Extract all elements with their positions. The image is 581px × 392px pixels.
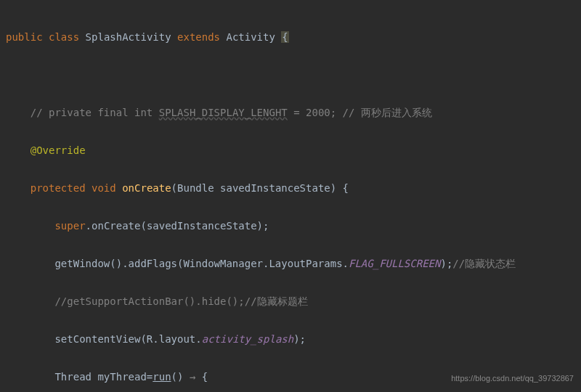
arrow-icon: →	[190, 371, 202, 383]
method-call: getWindow().addFlags(WindowManager.Layou…	[54, 258, 349, 269]
comment: = 2000; // 两秒后进入系统	[288, 107, 432, 118]
method-name: onCreate	[122, 182, 171, 194]
static-field: FLAG_FULLSCREEN	[349, 258, 440, 269]
brace: {	[202, 371, 208, 383]
lambda-paren: ()	[171, 371, 190, 383]
code-text: );	[440, 258, 452, 269]
method-params: (Bundle savedInstanceState) {	[171, 182, 349, 194]
code-line[interactable]: super.onCreate(savedInstanceState);	[6, 216, 581, 235]
keyword-super: super	[54, 220, 85, 232]
code-line[interactable]: protected void onCreate(Bundle savedInst…	[6, 179, 581, 197]
keyword-protected: protected	[31, 182, 92, 194]
code-line-empty[interactable]	[6, 65, 581, 84]
code-line[interactable]: public class SplashActivity extends Acti…	[6, 28, 581, 46]
watermark-text: https://blog.csdn.net/qq_39732867	[451, 369, 574, 388]
code-line[interactable]: //getSupportActionBar().hide();//隐藏标题栏	[6, 292, 581, 311]
annotation-override: @Override	[31, 144, 86, 156]
keyword-class: class	[49, 31, 86, 43]
thread-decl: Thread myThread=	[54, 371, 153, 383]
comment: //getSupportActionBar().hide();//隐藏标题栏	[54, 295, 307, 307]
comment: // private final int	[31, 107, 159, 118]
keyword-void: void	[92, 182, 122, 194]
code-line[interactable]: // private final int SPLASH_DISPLAY_LENG…	[6, 103, 581, 122]
class-name: SplashActivity	[86, 31, 177, 43]
resource-ref: activity_splash	[202, 333, 293, 345]
code-line[interactable]: getWindow().addFlags(WindowManager.Layou…	[6, 254, 581, 273]
lambda-run: run	[153, 371, 171, 383]
method-call: .onCreate(savedInstanceState);	[86, 220, 269, 232]
code-editor[interactable]: public class SplashActivity extends Acti…	[0, 0, 581, 392]
code-line[interactable]: setContentView(R.layout.activity_splash)…	[6, 330, 581, 348]
keyword-public: public	[6, 31, 49, 43]
code-line[interactable]: @Override	[6, 141, 581, 160]
parent-class: Activity	[226, 31, 281, 43]
brace-highlight: {	[281, 31, 288, 43]
keyword-extends: extends	[177, 31, 226, 43]
code-text: );	[293, 333, 306, 345]
comment-typo: SPLASH_DISPLAY_LENGHT	[159, 107, 288, 118]
comment: //隐藏状态栏	[452, 258, 516, 269]
method-call: setContentView(R.layout.	[54, 333, 201, 345]
